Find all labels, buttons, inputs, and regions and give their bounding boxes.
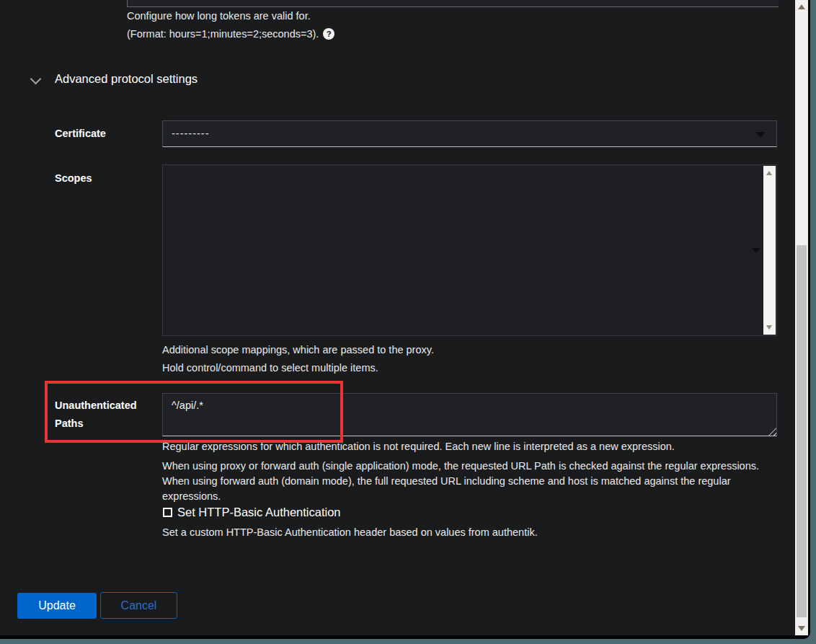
scrollbar-up-icon[interactable] xyxy=(798,4,805,9)
unauthenticated-paths-help-line2: When using proxy or forward auth (single… xyxy=(162,459,768,504)
scrollbar-down-icon[interactable] xyxy=(766,325,772,330)
http-basic-auth-checkbox[interactable] xyxy=(163,508,172,517)
token-validity-format-text: (Format: hours=1;minutes=2;seconds=3). xyxy=(127,28,319,40)
browser-window: Configure how long tokens are valid for.… xyxy=(0,0,810,639)
page-scrollbar[interactable] xyxy=(795,0,808,635)
listbox-caret-icon xyxy=(752,248,760,253)
provider-form-page: Configure how long tokens are valid for.… xyxy=(0,0,808,635)
unauthenticated-paths-label: Unauthenticated Paths xyxy=(55,397,167,433)
select-caret-icon xyxy=(755,132,766,138)
token-validity-help-line1: Configure how long tokens are valid for. xyxy=(127,10,311,22)
screenshot-frame: Configure how long tokens are valid for.… xyxy=(0,0,816,644)
update-button[interactable]: Update xyxy=(17,593,97,619)
unauthenticated-paths-textarea[interactable]: ^/api/.* xyxy=(162,393,777,436)
scrollbar-thumb[interactable] xyxy=(797,245,807,617)
section-title-advanced-protocol-settings[interactable]: Advanced protocol settings xyxy=(55,72,198,86)
certificate-select[interactable]: --------- xyxy=(162,120,777,147)
scopes-scrollbar[interactable] xyxy=(763,166,776,335)
http-basic-auth-label[interactable]: Set HTTP-Basic Authentication xyxy=(177,506,341,519)
chevron-down-icon[interactable] xyxy=(30,74,42,85)
scopes-help-line2: Hold control/command to select multiple … xyxy=(162,362,378,374)
token-validity-input[interactable] xyxy=(127,0,779,7)
scopes-help-line1: Additional scope mappings, which are pas… xyxy=(162,344,434,356)
http-basic-auth-help: Set a custom HTTP-Basic Authentication h… xyxy=(162,526,538,538)
unauthenticated-paths-help-line1: Regular expressions for which authentica… xyxy=(162,441,675,452)
scopes-multiselect[interactable] xyxy=(162,164,777,336)
certificate-selected-value: --------- xyxy=(172,128,209,139)
scopes-label: Scopes xyxy=(55,169,92,188)
certificate-label: Certificate xyxy=(55,125,106,143)
token-validity-help-line2: (Format: hours=1;minutes=2;seconds=3). ? xyxy=(127,28,334,40)
scrollbar-up-icon[interactable] xyxy=(766,171,772,175)
scrollbar-down-icon[interactable] xyxy=(798,626,805,631)
cancel-button[interactable]: Cancel xyxy=(100,592,177,619)
help-circle-icon[interactable]: ? xyxy=(323,28,334,40)
